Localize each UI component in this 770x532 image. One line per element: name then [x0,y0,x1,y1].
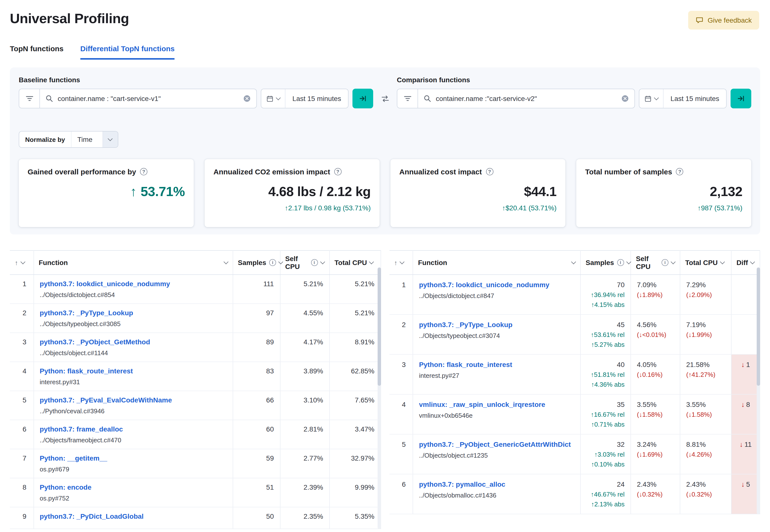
comparison-query-input[interactable]: container.name :"cart-service-v2" [418,89,634,108]
diff-cell [731,315,760,354]
function-link[interactable]: python3.7: _PyType_Lookup [419,321,574,329]
column-label: Diff [736,259,748,266]
comparison-column-header-diff[interactable]: Diff [731,250,760,275]
comparison-header-row: ↑ Function Samplesi Self CPUi Total CPU … [389,250,760,275]
rank-cell: 1 [389,275,413,315]
baseline-column-header-self-cpu[interactable]: Self CPUi [280,250,329,275]
tab-topn-functions[interactable]: TopN functions [10,44,64,60]
function-link[interactable]: python3.7: _PyEval_EvalCodeWithName [40,396,226,404]
baseline-time-range-button[interactable]: Last 15 minutes [285,89,348,108]
help-icon[interactable]: ? [334,168,341,175]
baseline-column-header-function[interactable]: Function [34,250,233,275]
info-icon: i [617,259,624,266]
calendar-icon [644,95,652,102]
card-value: 53.71% [140,184,185,199]
table-row: 1 python3.7: lookdict_unicode_nodummy../… [10,275,380,304]
comparison-calendar-button[interactable] [639,89,664,108]
samples-cell: 24 ↑46.67% rel ↑2.13% abs [581,474,631,514]
function-link[interactable]: Python: __getitem__ [40,454,226,462]
baseline-column-header-samples[interactable]: Samplesi [233,250,280,275]
swap-queries-button[interactable] [377,89,393,108]
baseline-calendar-button[interactable] [261,89,285,108]
self-cpu-cell: 7.09% (↓1.89%) [631,275,680,315]
filters-panel: Baseline functions [10,67,760,234]
comparison-time-range-button[interactable]: Last 15 minutes [664,89,726,108]
help-icon[interactable]: ? [486,168,493,175]
self-cpu-cell: 4.17% [280,333,329,362]
function-link[interactable]: Python: encode [40,483,226,491]
function-link[interactable]: python3.7: frame_dealloc [40,425,226,433]
rank-cell: 9 [10,507,34,529]
self-cpu-delta: (↓0.32%) [637,491,674,498]
sort-ascending-icon: ↑ [15,259,18,266]
baseline-query-group: Baseline functions [19,76,373,108]
function-link[interactable]: python3.7: _PyObject_GetMethod [40,338,226,346]
samples-absolute-change: ↑0.71% abs [587,421,625,428]
comparison-date-picker: Last 15 minutes [639,89,727,108]
function-link[interactable]: vmlinux: _raw_spin_unlock_irqrestore [419,400,574,408]
function-file: ../Objects/typeobject.c#3074 [419,332,574,339]
summary-cards: Gained overall performance by ? ↑ 53.71%… [19,159,751,227]
card-title: Total number of samples [585,167,672,176]
card-value: $44.1 [524,184,557,199]
self-cpu-cell: 2.35% [280,507,329,529]
comparison-table-scrollbar[interactable] [757,267,760,514]
page-title: Universal Profiling [10,11,129,27]
comparison-clear-query-button[interactable] [621,95,629,102]
tab-bar: TopN functions Differential TopN functio… [0,44,770,60]
baseline-column-header-total-cpu[interactable]: Total CPU [329,250,380,275]
comparison-column-header-rank[interactable]: ↑ [389,250,413,275]
baseline-clear-query-button[interactable] [243,95,251,102]
function-file: interest.py#31 [40,378,226,386]
function-link[interactable]: python3.7: lookdict_unicode_nodummy [40,280,226,288]
self-cpu-delta: (↓1.69%) [637,451,674,458]
function-link[interactable]: python3.7: _PyType_Lookup [40,309,226,317]
comparison-column-header-function[interactable]: Function [413,250,581,275]
total-cpu-delta: (↓4.26%) [686,451,725,458]
function-file: ../Python/ceval.c#3946 [40,407,226,415]
tab-differential-topn-functions[interactable]: Differential TopN functions [80,44,175,60]
table-row: 5 python3.7: _PyEval_EvalCodeWithName../… [10,391,380,420]
comparison-submit-query-button[interactable] [731,89,751,108]
baseline-column-header-rank[interactable]: ↑ [10,250,34,275]
card-total-samples: Total number of samples ? 2,132 ↑987 (53… [576,159,751,227]
function-link[interactable]: python3.7: pymalloc_alloc [419,480,574,488]
samples-cell: 59 [233,449,280,478]
comparison-column-header-samples[interactable]: Samplesi [581,250,631,275]
comparison-column-header-self-cpu[interactable]: Self CPUi [631,250,680,275]
function-link[interactable]: python3.7: _PyObject_GenericGetAttrWithD… [419,440,574,448]
normalize-by-select[interactable]: Normalize by Time [19,131,118,148]
give-feedback-button[interactable]: Give feedback [688,11,759,30]
chevron-down-icon [20,259,25,264]
comparison-query-text: container.name :"cart-service-v2" [436,95,617,102]
normalize-by-label: Normalize by [19,132,71,147]
function-link[interactable]: Python: flask_route_interest [419,361,574,368]
baseline-query-text: container.name : "cart-service-v1" [58,95,238,102]
chevron-down-icon [223,259,228,264]
baseline-table: ↑ Function Samplesi Self CPUi Total CPU … [10,250,381,529]
function-link[interactable]: python3.7: _PyDict_LoadGlobal [40,512,226,520]
help-icon[interactable]: ? [140,168,147,175]
apply-arrow-icon [359,95,367,102]
baseline-submit-query-button[interactable] [352,89,373,108]
card-performance-gain: Gained overall performance by ? ↑ 53.71% [19,159,194,227]
baseline-query-input[interactable]: container.name : "cart-service-v1" [40,89,256,108]
function-link[interactable]: Python: flask_route_interest [40,367,226,375]
table-row: 5 python3.7: _PyObject_GenericGetAttrWit… [389,434,760,474]
chevron-down-icon [720,259,725,264]
baseline-header-row: ↑ Function Samplesi Self CPUi Total CPU [10,250,380,275]
baseline-filter-button[interactable] [19,89,40,108]
diff-cell: ↓1 [731,354,760,394]
function-link[interactable]: python3.7: lookdict_unicode_nodummy [419,281,574,289]
function-file: interest.py#27 [419,372,574,379]
chevron-down-icon [276,95,281,100]
samples-cell: 45 ↑53.61% rel ↑5.27% abs [581,315,631,354]
chevron-down-icon[interactable] [102,132,118,147]
help-icon[interactable]: ? [676,168,684,175]
comparison-filter-button[interactable] [397,89,418,108]
baseline-table-scrollbar[interactable] [377,267,381,529]
comparison-column-header-total-cpu[interactable]: Total CPU [680,250,731,275]
up-arrow-icon: ↑ [130,184,136,199]
self-cpu-delta: (↓1.58%) [637,411,674,418]
comparison-label: Comparison functions [397,76,751,84]
